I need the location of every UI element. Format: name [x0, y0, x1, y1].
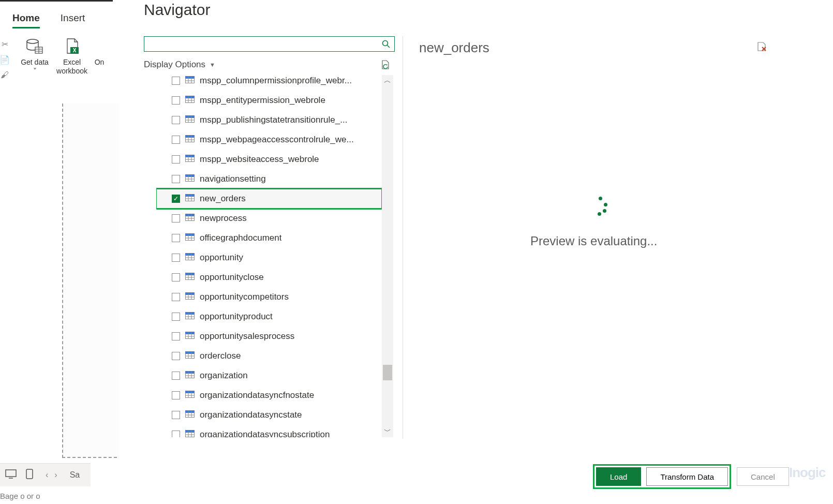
tree-item-opportunitycompetitors[interactable]: opportunitycompetitors	[156, 287, 382, 307]
placeholder-icon	[90, 37, 109, 56]
cut-icon[interactable]: ✂	[0, 36, 9, 52]
get-data-button[interactable]: Get data ˅	[20, 37, 50, 76]
svg-rect-68	[186, 293, 195, 295]
table-checkbox[interactable]	[172, 136, 180, 144]
highlighted-buttons: Load Transform Data	[594, 466, 730, 487]
table-label: opportunity	[200, 253, 243, 263]
transform-data-button[interactable]: Transform Data	[646, 467, 728, 486]
search-input[interactable]	[144, 37, 378, 51]
clipboard-icons: ✂ 📄 🖌	[0, 36, 9, 83]
navigator-title: Navigator	[144, 1, 210, 19]
tree-item-opportunityproduct[interactable]: opportunityproduct	[156, 307, 382, 327]
table-checkbox[interactable]	[172, 155, 180, 164]
table-checkbox[interactable]	[172, 313, 180, 321]
tree-item-opportunitysalesprocess[interactable]: opportunitysalesprocess	[156, 327, 382, 346]
cancel-button[interactable]: Cancel	[737, 467, 789, 486]
bottom-bar: ‹› Sa	[0, 463, 91, 486]
table-checkbox[interactable]: ✓	[172, 195, 180, 203]
svg-rect-58	[186, 254, 195, 256]
svg-rect-23	[186, 116, 195, 118]
loading-spinner-icon	[591, 197, 612, 217]
prev-page-icon[interactable]: ‹	[42, 470, 51, 479]
table-checkbox[interactable]	[172, 293, 180, 301]
excel-workbook-button[interactable]: X Excel workbook	[57, 37, 87, 76]
tree-item-organizationdatasyncfnostate[interactable]: organizationdatasyncfnostate	[156, 386, 382, 405]
table-checkbox[interactable]	[172, 372, 180, 380]
table-label: mspp_webpageaccesscontrolrule_we...	[200, 135, 354, 145]
table-checkbox[interactable]	[172, 391, 180, 399]
mobile-layout-icon[interactable]	[26, 469, 33, 481]
tree-item-opportunityclose[interactable]: opportunityclose	[156, 268, 382, 287]
table-checkbox[interactable]	[172, 234, 180, 242]
excel-icon: X	[63, 37, 81, 56]
table-icon	[185, 331, 195, 342]
search-box	[144, 36, 395, 52]
table-checkbox[interactable]	[172, 273, 180, 281]
table-checkbox[interactable]	[172, 254, 180, 262]
table-label: opportunitysalesprocess	[200, 331, 294, 342]
tree-item-mspp-websiteaccess-webrole[interactable]: mspp_websiteaccess_webrole	[156, 150, 382, 169]
svg-rect-48	[186, 214, 195, 216]
table-label: mspp_entitypermission_webrole	[200, 95, 325, 106]
display-options-label: Display Options	[144, 60, 205, 70]
svg-rect-28	[186, 136, 195, 138]
table-checkbox[interactable]	[172, 96, 180, 105]
table-checkbox[interactable]	[172, 431, 180, 437]
tree-item-organizationdatasyncsubscription[interactable]: organizationdatasyncsubscription	[156, 425, 382, 437]
search-icon[interactable]	[378, 37, 394, 51]
tree-item-orderclose[interactable]: orderclose	[156, 346, 382, 366]
table-label: mspp_columnpermissionprofile_webr...	[200, 76, 352, 86]
table-checkbox[interactable]	[172, 352, 180, 360]
copy-icon[interactable]: 📄	[0, 52, 9, 67]
tree-item-mspp-entitypermission-webrole[interactable]: mspp_entitypermission_webrole	[156, 91, 382, 110]
table-icon	[185, 312, 195, 322]
refresh-icon[interactable]	[380, 60, 391, 72]
next-page-icon[interactable]: ›	[51, 470, 60, 479]
tree-item-newprocess[interactable]: newprocess	[156, 209, 382, 228]
svg-rect-63	[186, 273, 195, 275]
table-label: organizationdatasyncsubscription	[200, 429, 330, 437]
svg-rect-83	[186, 352, 195, 354]
table-icon	[185, 213, 195, 224]
scroll-up-icon[interactable]: ︿	[382, 75, 393, 86]
tree-scrollbar[interactable]: ︿ ﹀	[382, 75, 393, 437]
other-button-cut[interactable]: On	[94, 37, 105, 67]
svg-rect-38	[186, 175, 195, 177]
title-bar	[0, 0, 113, 2]
load-button[interactable]: Load	[596, 467, 641, 486]
table-checkbox[interactable]	[172, 332, 180, 340]
tree-item-mspp-publishingstatetransitionrule-[interactable]: mspp_publishingstatetransitionrule_...	[156, 110, 382, 130]
tree-item-organization[interactable]: organization	[156, 366, 382, 386]
svg-rect-13	[186, 77, 195, 79]
scroll-thumb[interactable]	[383, 365, 392, 380]
tree-item-navigationsetting[interactable]: navigationsetting	[156, 169, 382, 189]
table-checkbox[interactable]	[172, 175, 180, 183]
display-options-dropdown[interactable]: Display Options ▼	[144, 60, 215, 70]
tree-item-mspp-webpageaccesscontrolrule-we-[interactable]: mspp_webpageaccesscontrolrule_we...	[156, 130, 382, 150]
vertical-divider	[403, 36, 403, 439]
svg-point-0	[27, 39, 38, 43]
tree-item-opportunity[interactable]: opportunity	[156, 248, 382, 268]
table-label: organization	[200, 370, 248, 381]
table-tree: mspp_columnpermissionprofile_webr...mspp…	[156, 75, 382, 437]
svg-rect-103	[186, 431, 195, 433]
table-checkbox[interactable]	[172, 116, 180, 124]
tree-item-organizationdatasyncstate[interactable]: organizationdatasyncstate	[156, 405, 382, 425]
tree-item-officegraphdocument[interactable]: officegraphdocument	[156, 228, 382, 248]
tab-insert[interactable]: Insert	[61, 12, 85, 28]
tab-home[interactable]: Home	[12, 12, 40, 28]
table-checkbox[interactable]	[172, 77, 180, 85]
preview-message: Preview is evaluating...	[530, 234, 657, 248]
clear-preview-icon[interactable]	[756, 41, 767, 54]
table-checkbox[interactable]	[172, 411, 180, 419]
chevron-down-icon: ▼	[210, 62, 215, 68]
desktop-layout-icon[interactable]	[5, 469, 17, 481]
scroll-down-icon[interactable]: ﹀	[382, 426, 393, 437]
footer-buttons: Load Transform Data Cancel	[594, 466, 789, 487]
table-checkbox[interactable]	[172, 214, 180, 223]
svg-rect-18	[186, 96, 195, 98]
other-label: On	[95, 58, 105, 67]
format-painter-icon[interactable]: 🖌	[0, 67, 9, 83]
tree-item-mspp-columnpermissionprofile-webr-[interactable]: mspp_columnpermissionprofile_webr...	[156, 75, 382, 91]
tree-item-new-orders[interactable]: ✓new_orders	[156, 189, 382, 209]
